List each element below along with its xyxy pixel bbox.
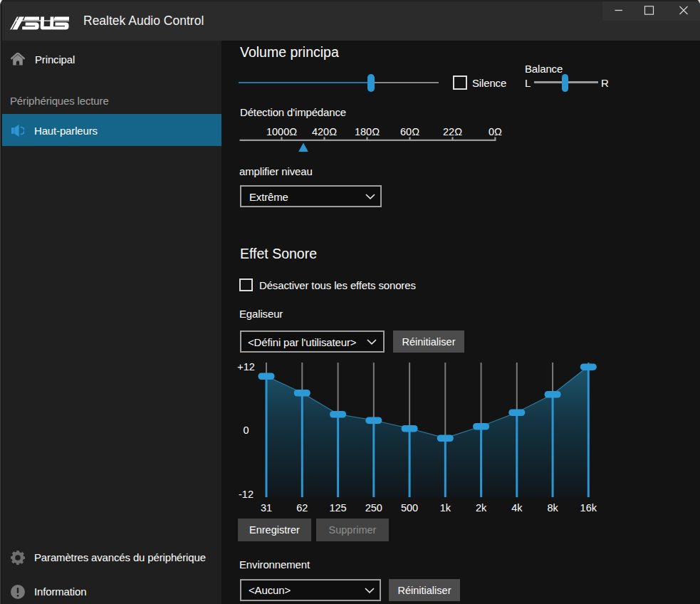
svg-text:420Ω: 420Ω	[312, 126, 337, 137]
svg-text:1k: 1k	[440, 502, 451, 514]
svg-text:16k: 16k	[580, 502, 597, 514]
svg-text:8k: 8k	[547, 502, 558, 514]
svg-text:4k: 4k	[511, 502, 523, 514]
svg-text:62: 62	[296, 502, 308, 514]
svg-text:500: 500	[401, 502, 418, 514]
svg-text:+12: +12	[237, 361, 255, 373]
svg-text:-12: -12	[239, 489, 254, 500]
svg-text:22Ω: 22Ω	[443, 126, 462, 137]
svg-text:0Ω: 0Ω	[489, 126, 502, 137]
svg-text:250: 250	[365, 502, 382, 514]
svg-text:125: 125	[329, 502, 346, 514]
svg-text:2k: 2k	[476, 502, 487, 514]
svg-text:31: 31	[261, 502, 272, 514]
svg-text:180Ω: 180Ω	[355, 126, 380, 137]
svg-text:1000Ω: 1000Ω	[266, 126, 297, 137]
svg-text:60Ω: 60Ω	[400, 126, 419, 137]
svg-text:0: 0	[243, 425, 249, 436]
